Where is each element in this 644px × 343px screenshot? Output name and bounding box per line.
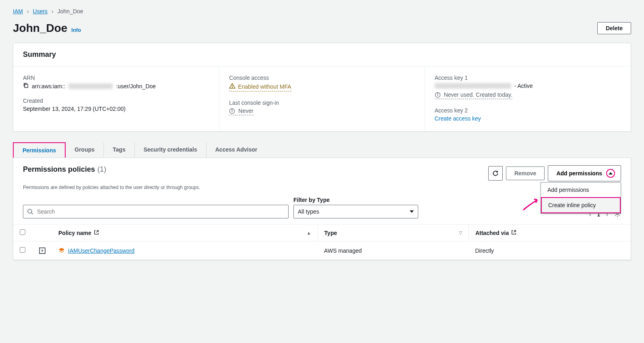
console-access-value: Enabled without MFA [238,83,291,90]
tab-security-credentials[interactable]: Security credentials [135,142,206,158]
policy-icon [58,247,65,254]
page-title: John_Doe [13,22,67,35]
search-icon [27,208,33,215]
table-row: + IAMUserChangePassword AWS managed Dire… [13,241,631,260]
sort-icon: ▽ [459,230,462,235]
tab-access-advisor[interactable]: Access Advisor [206,142,266,158]
created-label: Created [23,98,209,104]
refresh-button[interactable] [488,166,503,181]
access-key-1-note: Never used. Created today. [444,91,512,98]
policy-name-link[interactable]: IAMUserChangePassword [68,247,134,254]
search-input[interactable] [23,205,289,218]
info-link[interactable]: Info [71,27,81,33]
expand-row-button[interactable]: + [39,247,45,254]
arn-label: ARN [23,75,209,81]
warning-icon [229,83,235,90]
breadcrumb: IAM › Users › John_Doe [13,8,631,15]
policies-title: Permissions policies [23,165,95,174]
policies-count: (1) [97,165,106,174]
add-permissions-button[interactable]: Add permissions [548,165,621,181]
th-type[interactable]: Type [324,230,337,236]
breadcrumb-users[interactable]: Users [33,8,48,15]
summary-title: Summary [23,50,621,59]
dropdown-add-permissions[interactable]: Add permissions [541,183,621,197]
breadcrumb-current: John_Doe [58,8,83,15]
tab-tags[interactable]: Tags [104,142,135,158]
caret-down-icon [410,210,414,213]
tabs: Permissions Groups Tags Security credent… [13,142,631,158]
breadcrumb-iam[interactable]: IAM [13,8,23,15]
console-access-label: Console access [229,75,415,81]
filter-type-value: All types [298,208,319,215]
create-access-key-link[interactable]: Create access key [435,115,481,122]
tab-groups[interactable]: Groups [66,142,104,158]
policy-type: AWS managed [318,241,469,260]
delete-button[interactable]: Delete [597,22,631,34]
filter-type-label: Filter by Type [293,197,418,203]
last-signin-value: Never [238,108,253,114]
info-icon [435,92,441,98]
remove-button[interactable]: Remove [506,166,545,180]
dropdown-create-inline-policy[interactable]: Create inline policy [541,197,621,213]
svg-point-9 [28,209,32,213]
chevron-right-icon: › [52,8,54,15]
row-checkbox[interactable] [20,247,25,253]
permissions-policies-panel: Permissions policies (1) Remove Add perm… [13,158,631,260]
info-icon [229,108,235,114]
svg-point-5 [232,110,232,110]
redacted-account [68,83,113,89]
svg-line-10 [31,213,33,214]
add-permissions-dropdown: Add permissions Create inline policy [541,182,621,214]
copy-icon[interactable] [23,83,29,89]
sort-asc-icon: ▲ [307,231,311,235]
redacted-access-key [435,83,511,89]
access-key-1-label: Access key 1 [435,75,621,81]
filter-type-select[interactable]: All types [293,205,418,218]
chevron-right-icon: › [27,8,29,15]
external-link-icon [511,230,516,236]
th-attached-via[interactable]: Attached via [475,230,509,236]
svg-point-8 [438,94,438,94]
policies-subtitle: Permissions are defined by policies atta… [13,185,631,197]
th-policy-name[interactable]: Policy name [58,230,91,236]
created-value: September 13, 2024, 17:29 (UTC+02:00) [23,106,209,112]
external-link-icon [94,230,99,236]
add-permissions-label: Add permissions [556,170,602,177]
arn-suffix: :user/John_Doe [116,83,156,89]
arn-prefix: arn:aws:iam:: [32,83,65,89]
refresh-icon [492,170,499,177]
access-key-1-status: - Active [514,83,533,89]
access-key-2-label: Access key 2 [435,107,621,114]
svg-rect-0 [25,84,28,87]
svg-point-2 [232,87,233,87]
select-all-checkbox[interactable] [20,229,25,235]
last-signin-label: Last console sign-in [229,100,415,106]
summary-panel: Summary ARN arn:aws:iam:::user/John_Doe … [13,43,631,132]
caret-up-icon [606,169,615,178]
tab-permissions[interactable]: Permissions [13,142,66,158]
policy-attached-via: Directly [469,241,631,260]
